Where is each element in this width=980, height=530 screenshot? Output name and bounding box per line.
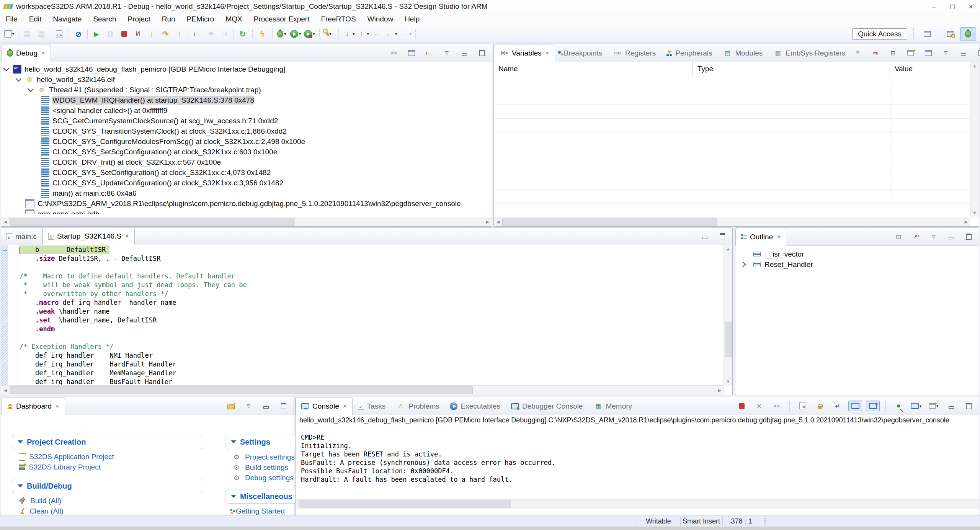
show-stdout-button[interactable] <box>848 401 862 411</box>
variables-vertical-scrollbar[interactable]: ▲ ▼ <box>970 62 979 217</box>
scrollbar-thumb[interactable] <box>299 501 511 508</box>
maximize-button[interactable] <box>962 401 976 411</box>
expander-icon[interactable] <box>28 86 34 92</box>
minimize-window-button[interactable]: – <box>925 0 943 13</box>
tab-outline[interactable]: Outline × <box>735 228 786 246</box>
tab-breakpoints[interactable]: Breakpoints <box>555 44 608 62</box>
new-view-button[interactable] <box>904 47 918 58</box>
pin-console-button[interactable] <box>892 401 905 411</box>
close-tab-icon[interactable]: × <box>56 402 59 410</box>
open-console-button[interactable]: ▾ <box>927 401 941 411</box>
dropdown-arrow-icon[interactable]: ▾ <box>313 31 315 36</box>
minimize-button[interactable] <box>457 47 471 58</box>
dropdown-arrow-icon[interactable]: ▾ <box>329 31 332 36</box>
debug-tree-row[interactable]: SCG_GetCurrentSystemClockSource() at scg… <box>38 116 492 126</box>
display-console-button[interactable]: ▾ <box>909 401 923 411</box>
maximize-button[interactable] <box>974 47 980 58</box>
tab-modules[interactable]: ▤Modules <box>717 44 768 62</box>
remove-all-launches-button[interactable]: ×× <box>770 401 784 411</box>
dashboard-link-build-settings[interactable]: ⚙Build settings <box>232 463 288 472</box>
menu-item-edit[interactable]: Edit <box>23 13 47 25</box>
tab-executables[interactable]: Executables <box>444 398 506 415</box>
step-into-button[interactable]: ↓ <box>145 28 158 41</box>
last-edit-location-button[interactable]: ← <box>370 28 384 41</box>
tab-dashboard[interactable]: Dashboard × <box>1 397 65 415</box>
dashboard-link-getting-started[interactable]: Getting Started <box>232 507 285 515</box>
debug-tree-row[interactable]: CLOCK_SYS_UpdateConfiguration() at clock… <box>38 178 492 188</box>
debug-tree-row[interactable]: ⚙hello_world_s32k146.elf <box>13 74 492 85</box>
console-output[interactable]: CMD>REInitializing.Target has been RESET… <box>301 433 975 484</box>
quick-access-button[interactable]: Quick Access <box>852 28 907 40</box>
minimize-button[interactable] <box>944 401 958 411</box>
console-horizontal-scrollbar[interactable] <box>296 499 979 509</box>
tab-embsys-registers[interactable]: ▦EmbSys Registers <box>768 44 851 62</box>
dashboard-link-project-settings[interactable]: ⚙Project settings <box>232 453 295 462</box>
add-global-variables-button[interactable]: ⇒ <box>869 47 882 58</box>
skip-breakpoints-button[interactable]: ⊘ <box>72 28 85 41</box>
collapse-all-button[interactable]: ⊟ <box>886 47 900 58</box>
outline-tree[interactable]: __isr_vectorReset_Handler <box>735 246 979 270</box>
maximize-button[interactable] <box>962 231 976 242</box>
editor-vertical-scrollbar[interactable]: ▲ ▼ <box>724 245 732 386</box>
expander-icon[interactable] <box>3 65 10 72</box>
menu-item-search[interactable]: Search <box>87 13 122 25</box>
debug-tree-row[interactable]: CLOCK_SYS_ConfigureModulesFromScg() at c… <box>38 136 492 147</box>
tab-peripherals[interactable]: Peripherals <box>661 44 717 62</box>
column-header-type[interactable]: Type <box>693 62 890 76</box>
sort-button[interactable] <box>909 231 923 242</box>
terminate-button[interactable] <box>117 28 131 41</box>
remove-launch-button[interactable]: × <box>752 401 766 411</box>
group-header-project-creation[interactable]: Project Creation <box>12 435 203 449</box>
debug-tree-row[interactable]: hello_world_s32k146_debug_flash_pemicro … <box>1 64 492 74</box>
tab-tasks[interactable]: Tasks <box>353 398 391 415</box>
scroll-left-arrow[interactable]: ◀ <box>1 386 10 394</box>
minimize-button[interactable] <box>698 231 712 242</box>
menu-item-freertos[interactable]: FreeRTOS <box>315 13 361 25</box>
tab-problems[interactable]: ⚠Problems <box>391 398 444 415</box>
scroll-left-arrow[interactable]: ◀ <box>494 218 502 226</box>
next-annotation-button[interactable]: ↓▾ <box>341 28 356 41</box>
disconnect-button[interactable]: И <box>131 28 145 41</box>
dropdown-arrow-icon[interactable]: ▾ <box>920 404 922 409</box>
close-tab-icon[interactable]: × <box>343 402 347 410</box>
scroll-down-arrow[interactable]: ▼ <box>724 377 732 386</box>
open-dashboard-button[interactable] <box>224 401 238 411</box>
view-menu-button[interactable]: ▽ <box>927 231 941 242</box>
close-tab-icon[interactable]: × <box>777 233 781 241</box>
word-wrap-button[interactable]: ↵ <box>831 401 844 411</box>
resume-button[interactable]: ▶ <box>90 28 103 41</box>
dashboard-link-s32ds-library-project[interactable]: S32DS Library Project <box>19 463 101 471</box>
view-management-button[interactable] <box>405 47 418 58</box>
step-return-button[interactable]: ↑ <box>172 28 186 41</box>
maximize-window-button[interactable]: □ <box>943 0 962 13</box>
tab-debugger-console[interactable]: Debugger Console <box>506 398 588 415</box>
dashboard-link-debug-settings[interactable]: ⚙Debug settings <box>232 473 294 483</box>
binary-file-button[interactable] <box>52 28 66 41</box>
section-collapse-icon[interactable] <box>18 440 23 443</box>
maximize-button[interactable] <box>715 231 729 242</box>
menu-item-mqx[interactable]: MQX <box>220 13 248 25</box>
step-over-button[interactable]: ↷ <box>158 28 172 41</box>
dropdown-arrow-icon[interactable]: ▾ <box>410 31 412 36</box>
editor-tab-startup-s32k146-s[interactable]: Startup_S32K146.S× <box>42 227 135 245</box>
minimize-button[interactable] <box>957 47 970 58</box>
dropdown-arrow-icon[interactable]: ▾ <box>367 31 369 36</box>
collapse-all-button[interactable]: ⊟ <box>892 231 905 242</box>
scroll-right-arrow[interactable]: ▶ <box>483 218 492 226</box>
expander-icon[interactable] <box>740 262 746 268</box>
debug-tree-row[interactable]: C:\NXP\S32DS_ARM_v2018.R1\eclipse\plugin… <box>13 198 492 209</box>
scroll-up-arrow[interactable]: ▲ <box>970 62 979 70</box>
previous-annotation-button[interactable]: ↑▾ <box>356 28 371 41</box>
column-header-name[interactable]: Name <box>494 62 693 76</box>
editor-tab-main-c[interactable]: main.c <box>1 228 42 245</box>
section-collapse-icon[interactable] <box>18 484 23 487</box>
remove-all-terminated-button[interactable]: ×× <box>387 47 401 58</box>
dropdown-arrow-icon[interactable]: ▾ <box>299 31 301 36</box>
debug-horizontal-scrollbar[interactable]: ◀ ▶ <box>1 217 492 226</box>
view-menu-button[interactable]: ▽ <box>939 47 953 58</box>
column-header-value[interactable]: Value <box>890 62 970 76</box>
restart-button[interactable]: ↻ <box>236 28 250 41</box>
detail-pane-button[interactable] <box>921 47 935 58</box>
outline-item-isr-vector[interactable]: __isr_vector <box>735 249 979 259</box>
maximize-button[interactable] <box>475 47 489 58</box>
